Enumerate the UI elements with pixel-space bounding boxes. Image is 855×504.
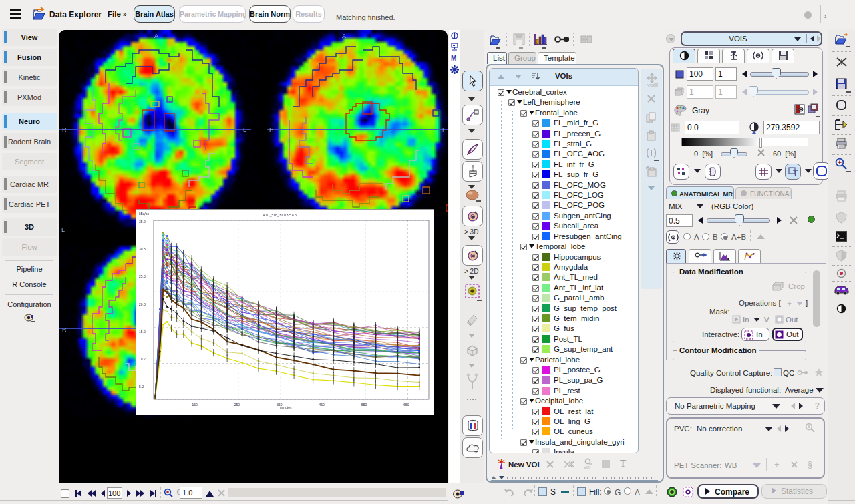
- svg-text:VOI: VOI: [584, 465, 591, 469]
- svg-text:VOI: VOI: [647, 83, 655, 87]
